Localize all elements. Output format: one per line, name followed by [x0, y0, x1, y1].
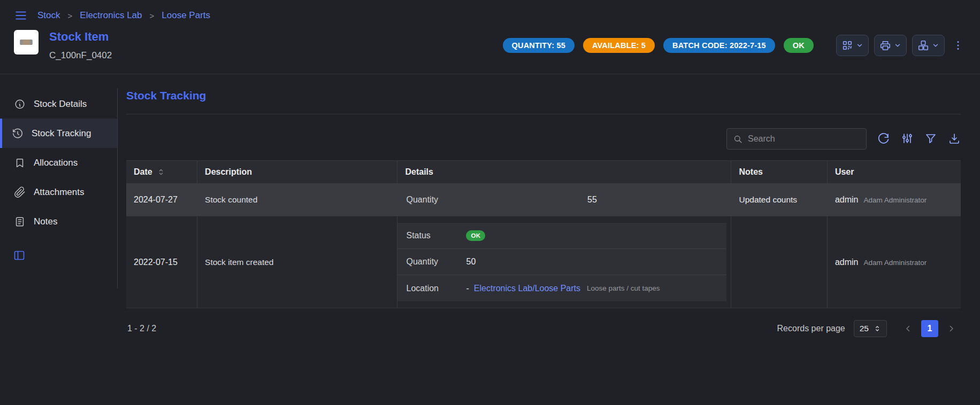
menu-dots-icon [952, 40, 964, 51]
stock-tracking-panel: Stock Tracking [118, 88, 980, 337]
description-cell: Stock counted [197, 184, 397, 216]
search-box [726, 128, 867, 150]
prev-page-button[interactable] [900, 320, 917, 337]
notes-cell: Updated counts [731, 184, 827, 216]
detail-row-status: Status OK [397, 223, 726, 249]
pagination: 1 [900, 320, 960, 337]
quantity-badge: QUANTITY: 55 [503, 38, 575, 53]
breadcrumb-stock[interactable]: Stock [37, 10, 60, 21]
user-cell: adminAdam Administrator [827, 216, 961, 308]
stock-operations-button[interactable] [912, 35, 945, 56]
date-cell: 2024-07-27 [126, 184, 197, 216]
detail-table: Status OK Quantity 50 Location - [397, 223, 726, 301]
breadcrumb-separator: > [68, 11, 73, 20]
part-name: C_100nF_0402 [49, 50, 112, 61]
info-circle-icon [14, 98, 26, 110]
search-input[interactable] [748, 134, 860, 144]
chevron-down-icon [932, 42, 939, 49]
location-description: Loose parts / cut tapes [587, 284, 660, 292]
content-layout: Stock Details Stock Tracking Allocations… [0, 74, 980, 337]
details-cell: Quantity 55 [397, 184, 731, 216]
column-header-user: User [827, 161, 961, 184]
title-block: Stock Item C_100nF_0402 [49, 30, 112, 61]
stock-item-page: Stock > Electronics Lab > Loose Parts St… [0, 0, 980, 405]
sidebar-item-notes[interactable]: Notes [0, 207, 117, 236]
details-cell: Status OK Quantity 50 Location - [397, 216, 731, 308]
selector-icon [874, 325, 881, 332]
filter-button[interactable] [924, 132, 937, 146]
table-header-row: Date Description Details Notes User [126, 161, 961, 184]
notes-icon [14, 216, 26, 228]
sidebar-item-stock-details[interactable]: Stock Details [0, 89, 117, 119]
status-ok-badge: OK [784, 38, 814, 53]
next-page-button[interactable] [943, 320, 960, 337]
stock-tracking-table: Date Description Details Notes User [126, 160, 961, 308]
detail-row-location: Location - Electronics Lab/Loose Parts L… [397, 275, 726, 301]
download-icon [948, 132, 961, 145]
bookmark-icon [14, 157, 26, 169]
header-actions [836, 35, 966, 56]
batch-code-badge: BATCH CODE: 2022-7-15 [663, 38, 775, 53]
download-button[interactable] [948, 132, 961, 146]
topbar: Stock > Electronics Lab > Loose Parts [0, 0, 980, 26]
table-footer: 1 - 2 / 2 Records per page 25 [126, 308, 961, 337]
sidebar-item-allocations[interactable]: Allocations [0, 148, 117, 177]
page-header: Stock Item C_100nF_0402 QUANTITY: 55 AVA… [0, 26, 980, 74]
column-header-date[interactable]: Date [126, 161, 197, 184]
panel-title: Stock Tracking [126, 89, 961, 102]
capacitor-image [16, 32, 36, 52]
chevron-down-icon [856, 42, 863, 49]
sidebar-collapse-icon [13, 249, 26, 262]
available-badge: AVAILABLE: 5 [583, 38, 655, 53]
panel-divider [126, 114, 961, 114]
breadcrumb-loose-parts[interactable]: Loose Parts [162, 10, 210, 21]
records-per-page-label: Records per page [777, 324, 845, 333]
table-toolbar [126, 128, 961, 150]
sidebar-item-label: Notes [34, 216, 57, 227]
sidebar-item-stock-tracking[interactable]: Stock Tracking [0, 119, 117, 148]
table-settings-button[interactable] [901, 132, 914, 146]
sidebar-collapse-button[interactable] [13, 249, 26, 263]
detail-row-quantity: Quantity 55 [397, 184, 726, 216]
location-link[interactable]: Electronics Lab/Loose Parts [474, 284, 580, 293]
chevron-right-icon [946, 324, 956, 333]
sidebar-item-attachments[interactable]: Attachments [0, 177, 117, 207]
barcode-icon [841, 40, 853, 51]
column-header-details: Details [397, 161, 731, 184]
breadcrumb: Stock > Electronics Lab > Loose Parts [37, 10, 210, 21]
hamburger-menu-icon[interactable] [14, 9, 28, 22]
chevron-down-icon [894, 42, 901, 49]
barcode-actions-button[interactable] [836, 35, 869, 56]
sidebar-item-label: Allocations [34, 158, 78, 168]
paperclip-icon [14, 186, 26, 198]
table-row: 2022-07-15 Stock item created Status OK … [126, 216, 961, 308]
column-header-description: Description [197, 161, 397, 184]
history-icon [12, 128, 24, 139]
page-size-select[interactable]: 25 [854, 320, 887, 337]
page-1-button[interactable]: 1 [921, 320, 938, 337]
breadcrumb-separator: > [150, 11, 155, 20]
user-cell: adminAdam Administrator [827, 184, 961, 216]
stock-operations-icon [917, 40, 929, 51]
chevron-left-icon [904, 324, 913, 333]
filter-icon [924, 132, 937, 145]
status-badges: QUANTITY: 55 AVAILABLE: 5 BATCH CODE: 20… [503, 38, 814, 53]
adjustments-icon [901, 132, 914, 145]
stock-item-thumbnail[interactable] [14, 30, 39, 54]
notes-cell [731, 216, 827, 308]
sidebar: Stock Details Stock Tracking Allocations… [0, 88, 118, 289]
breadcrumb-electronics-lab[interactable]: Electronics Lab [80, 10, 142, 21]
refresh-icon [877, 132, 890, 145]
sidebar-item-label: Stock Details [34, 99, 87, 110]
more-options-button[interactable] [950, 35, 966, 56]
detail-row-quantity: Quantity 50 [397, 249, 726, 275]
print-actions-button[interactable] [874, 35, 907, 56]
sidebar-item-label: Attachments [34, 187, 85, 198]
sidebar-item-label: Stock Tracking [32, 128, 91, 139]
ok-badge: OK [466, 230, 485, 241]
record-range: 1 - 2 / 2 [127, 324, 156, 333]
refresh-button[interactable] [877, 132, 890, 146]
column-header-notes: Notes [731, 161, 827, 184]
sort-icon [157, 168, 165, 176]
table-row: 2024-07-27 Stock counted Quantity 55 Upd… [126, 184, 961, 216]
